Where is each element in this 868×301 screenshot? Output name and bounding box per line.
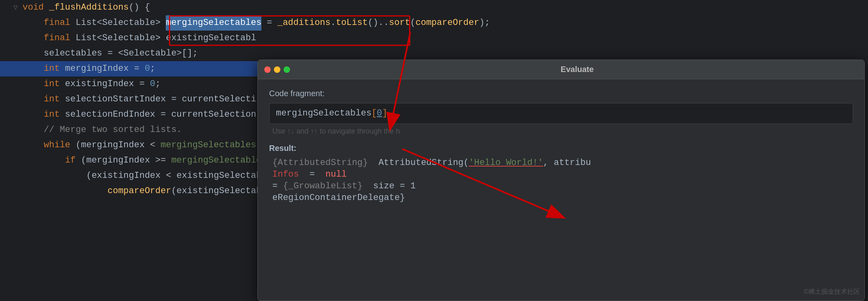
code-line-11: if (mergingIndex >= mergingSelectables <box>0 153 265 168</box>
code-editor: ▽ void _flushAdditions () { final List<S… <box>0 0 265 301</box>
fn-tolist: toList <box>336 15 368 31</box>
code-line-7: int selectionStartIndex = currentSelecti <box>0 92 265 107</box>
code-fragment-input[interactable]: mergingSelectables[0] <box>269 103 853 124</box>
code-fragment-label: Code fragment: <box>269 89 853 98</box>
code-line-12: (existingIndex < existingSelectabl <box>0 168 265 183</box>
result-line-2: Infos = null <box>269 169 853 179</box>
code-line-13: compareOrder (existingSelectabl <box>0 183 265 199</box>
merging-selectables-sel: mergingSelectables <box>166 15 261 31</box>
evaluate-panel[interactable]: Evaluate Code fragment: mergingSelectabl… <box>257 60 865 301</box>
bracket-open: [ <box>372 108 377 118</box>
evaluate-titlebar: Evaluate <box>258 60 864 79</box>
result-line-4: eRegionContainerDelegate} <box>269 193 853 203</box>
navigate-hint: Use ↑↓ and ↑↑ to navigate through the h <box>269 127 853 136</box>
bracket-close: ] <box>382 108 387 118</box>
code-line-2: final List<Selectable> mergingSelectable… <box>0 15 265 31</box>
merging-selectables-text: mergingSelectables <box>276 108 372 118</box>
code-line-8: int selectionEndIndex = currentSelection <box>0 107 265 122</box>
evaluate-body: Code fragment: mergingSelectables[0] Use… <box>258 79 864 214</box>
keyword-void: void <box>23 0 44 15</box>
fn-additions: _additions <box>278 15 331 31</box>
fn-flush: _flushAdditions <box>49 0 129 15</box>
traffic-light-yellow[interactable] <box>274 66 280 73</box>
result-line-1: {AttributedString} AttributedString('Hel… <box>269 158 853 168</box>
kw-final-1: final <box>44 15 70 31</box>
gutter-icon-1: ▽ <box>6 0 18 15</box>
traffic-lights <box>264 66 290 73</box>
code-line-6: int existingIndex = 0 ; <box>0 76 265 92</box>
code-line-4: selectables = <Selectable>[]; <box>0 46 265 61</box>
code-line-9: // Merge two sorted lists. <box>0 122 265 138</box>
watermark: ©稀土掘金技术社区 <box>804 288 860 296</box>
index-value: 0 <box>377 108 382 118</box>
fn-sort: sort <box>389 15 410 31</box>
code-line-10: while (mergingIndex < mergingSelectables <box>0 138 265 153</box>
traffic-light-red[interactable] <box>264 66 271 73</box>
result-label: Result: <box>269 144 853 153</box>
code-line-1: ▽ void _flushAdditions () { <box>0 0 265 15</box>
code-line-3: final List<Selectable> existingSelectabl <box>0 31 265 46</box>
result-line-3: = {_GrowableList} size = 1 <box>269 181 853 191</box>
code-line-5: int mergingIndex = 0 ; <box>0 61 265 76</box>
traffic-light-green[interactable] <box>284 66 290 73</box>
evaluate-title: Evaluate <box>296 65 858 74</box>
fn-compareOrder: compareOrder <box>415 15 479 31</box>
